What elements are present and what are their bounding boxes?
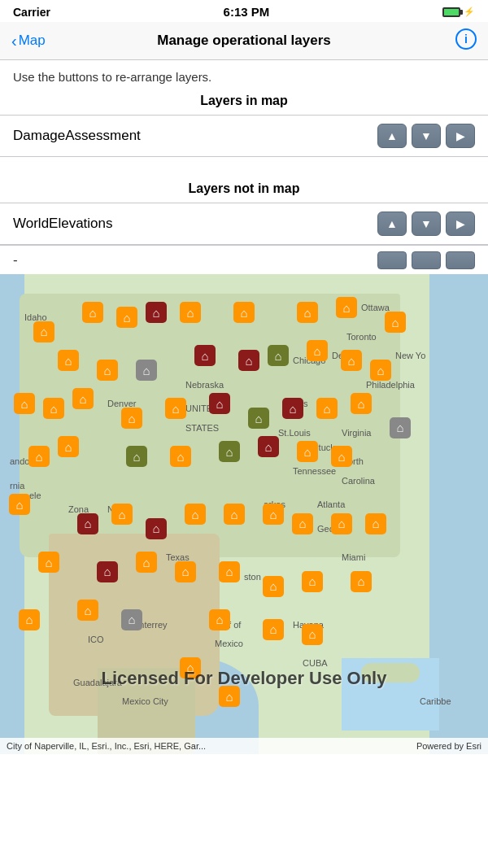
map-marker-olive: ⌂ — [219, 441, 240, 462]
partial-down-btn[interactable] — [412, 251, 441, 269]
map-marker-orange: ⌂ — [180, 657, 201, 678]
map-marker-orange: ⌂ — [9, 494, 30, 515]
map-marker-orange: ⌂ — [72, 388, 94, 409]
layer-name-world-elevations: WorldElevations — [13, 216, 377, 232]
map-marker-orange: ⌂ — [58, 350, 79, 371]
map-marker-orange: ⌂ — [97, 360, 118, 381]
right-button-world-elevations[interactable]: ▶ — [446, 212, 475, 236]
map-marker-orange: ⌂ — [219, 561, 240, 582]
map-marker-orange: ⌂ — [292, 513, 313, 534]
map-marker-orange: ⌂ — [302, 571, 323, 592]
status-icons: ⚡ — [442, 7, 475, 17]
map-marker-dark-red: ⌂ — [194, 345, 216, 366]
nav-bar: ‹ Map Manage operational layers i — [0, 22, 488, 60]
map-marker-orange: ⌂ — [219, 686, 240, 707]
partial-right-btn[interactable] — [446, 251, 475, 269]
layer-buttons-world-elevations: ▲ ▼ ▶ — [377, 212, 475, 236]
map-marker-orange: ⌂ — [331, 446, 352, 467]
back-chevron-icon: ‹ — [11, 33, 17, 49]
map-label: ston — [244, 572, 261, 582]
map-marker-orange: ⌂ — [14, 393, 35, 414]
map-marker-orange: ⌂ — [331, 513, 352, 534]
up-button-world-elevations[interactable]: ▲ — [377, 212, 407, 236]
map-marker-orange: ⌂ — [111, 504, 133, 525]
map-marker-orange: ⌂ — [82, 302, 103, 323]
map-marker-dark-red: ⌂ — [77, 513, 98, 534]
down-button-world-elevations[interactable]: ▼ — [412, 212, 441, 236]
section-spacer — [0, 157, 488, 177]
back-button[interactable]: ‹ Map — [11, 33, 60, 49]
map-marker-orange: ⌂ — [263, 576, 284, 597]
map-marker-orange: ⌂ — [209, 609, 230, 630]
map-marker-orange: ⌂ — [233, 302, 255, 323]
info-icon: i — [455, 28, 477, 50]
map-marker-orange: ⌂ — [297, 302, 318, 323]
time-label: 6:13 PM — [224, 5, 270, 19]
map-marker-orange: ⌂ — [263, 619, 284, 640]
map-marker-orange: ⌂ — [165, 398, 186, 419]
map-marker-orange: ⌂ — [185, 504, 206, 525]
map-marker-orange: ⌂ — [263, 504, 284, 525]
map-marker-dark-red: ⌂ — [238, 350, 259, 371]
map-marker-orange: ⌂ — [224, 504, 245, 525]
attribution-bar: City of Naperville, IL, Esri., Inc., Esr… — [0, 738, 488, 754]
map-marker-orange: ⌂ — [33, 321, 54, 342]
layer-name-partial: - — [13, 252, 377, 268]
battery-icon — [442, 7, 460, 17]
map-marker-orange: ⌂ — [341, 350, 362, 371]
map-marker-orange: ⌂ — [58, 436, 79, 457]
layer-buttons-damage-assessment: ▲ ▼ ▶ — [377, 124, 475, 148]
map-marker-dark-red: ⌂ — [146, 518, 167, 539]
map-marker-orange: ⌂ — [370, 360, 391, 381]
instruction-text: Use the buttons to re-arrange layers. — [0, 60, 488, 89]
map-marker-orange: ⌂ — [385, 312, 406, 333]
map-marker-orange: ⌂ — [170, 446, 191, 467]
map-marker-olive: ⌂ — [268, 345, 289, 366]
partial-up-btn[interactable] — [377, 251, 407, 269]
carrier-label: Carrier — [13, 6, 50, 19]
up-button-damage-assessment[interactable]: ▲ — [377, 124, 407, 148]
map-marker-orange: ⌂ — [121, 408, 142, 429]
down-button-damage-assessment[interactable]: ▼ — [412, 124, 441, 148]
map-marker-orange: ⌂ — [180, 302, 201, 323]
attribution-right: Powered by Esri — [416, 741, 481, 751]
map-marker-orange: ⌂ — [302, 624, 323, 645]
layer-name-damage-assessment: DamageAssessment — [13, 128, 377, 144]
cuba-land — [361, 663, 420, 683]
map-marker-olive: ⌂ — [126, 446, 147, 467]
map-view[interactable]: IdahoOttawaTorontoNew YoChicagoDetroitPh… — [0, 274, 488, 754]
map-marker-dark-red: ⌂ — [146, 302, 167, 323]
map-marker-orange: ⌂ — [116, 307, 137, 328]
map-marker-orange: ⌂ — [336, 297, 357, 318]
attribution-left: City of Naperville, IL, Esri., Inc., Esr… — [7, 741, 206, 751]
map-marker-orange: ⌂ — [136, 552, 157, 573]
map-marker-orange: ⌂ — [351, 393, 372, 414]
map-marker-dark-red: ⌂ — [97, 561, 118, 582]
map-marker-orange: ⌂ — [297, 441, 318, 462]
svg-text:i: i — [464, 33, 468, 46]
layers-in-map-header: Layers in map — [0, 89, 488, 115]
layer-row-damage-assessment: DamageAssessment ▲ ▼ ▶ — [0, 115, 488, 157]
map-marker-orange: ⌂ — [351, 571, 372, 592]
right-button-damage-assessment[interactable]: ▶ — [446, 124, 475, 148]
map-marker-orange: ⌂ — [19, 609, 40, 630]
back-label: Map — [19, 33, 46, 49]
map-marker-orange: ⌂ — [307, 340, 328, 361]
partial-buttons — [377, 251, 475, 269]
map-marker-dark-red: ⌂ — [209, 393, 230, 414]
map-label: CUBA — [303, 658, 328, 668]
info-button[interactable]: i — [455, 28, 477, 53]
map-background: IdahoOttawaTorontoNew YoChicagoDetroitPh… — [0, 274, 488, 754]
map-marker-olive: ⌂ — [248, 408, 269, 429]
layer-row-partial: - — [0, 245, 488, 274]
map-marker-dark-red: ⌂ — [258, 436, 279, 457]
map-marker-dark-red: ⌂ — [282, 398, 303, 419]
content-area: Use the buttons to re-arrange layers. La… — [0, 60, 488, 274]
map-marker-orange: ⌂ — [77, 600, 98, 621]
page-title: Manage operational layers — [157, 33, 331, 49]
status-bar: Carrier 6:13 PM ⚡ — [0, 0, 488, 22]
bolt-icon: ⚡ — [464, 7, 475, 17]
layers-not-in-map-header: Layers not in map — [0, 177, 488, 203]
map-marker-orange: ⌂ — [28, 446, 50, 467]
map-marker-orange: ⌂ — [316, 398, 338, 419]
